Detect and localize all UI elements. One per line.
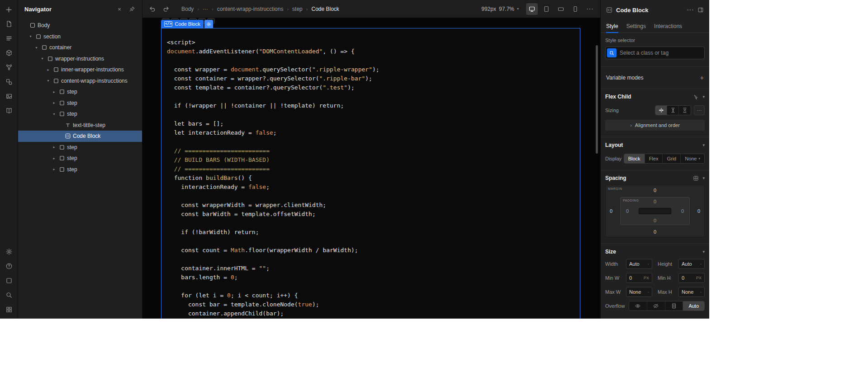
chevron-right-icon[interactable]: ▸ [52,145,57,149]
chevron-right-icon[interactable]: ▸ [52,101,57,105]
margin-left-value[interactable]: 0 [610,208,612,214]
close-icon[interactable]: × [116,5,123,13]
pages-icon[interactable] [3,18,15,30]
element-badge-label[interactable]: </> Code Block [161,20,204,28]
min-width-unit[interactable]: PX [644,276,649,280]
redo-icon[interactable] [161,4,171,14]
chevron-right-icon[interactable]: ▸ [52,167,57,171]
spacing-presets-icon[interactable] [693,175,699,181]
chevron-down-icon[interactable]: ▾ [34,46,39,50]
navigator-item-code-block[interactable]: Code Block [18,131,142,142]
chevron-down-icon[interactable]: ▾ [702,94,705,99]
overflow-visible-icon[interactable] [629,301,647,310]
margin-top-value[interactable]: 0 [606,188,704,193]
max-height-input[interactable]: None - [678,287,705,297]
sizing-shrink-button[interactable] [655,106,667,115]
breadcrumb-item[interactable]: content-wrapp-instrucctions [217,6,284,12]
navigator-item-content-wrapp-instrucctions[interactable]: ▾content-wrapp-instrucctions [18,75,142,87]
selected-element-badge[interactable]: </> Code Block [161,20,213,28]
chevron-down-icon[interactable]: ▾ [28,34,33,38]
components-icon[interactable] [3,47,15,59]
breakpoint-desktop-button[interactable] [526,3,538,15]
navigator-item-section[interactable]: ▾section [18,31,142,42]
apps-icon[interactable] [3,303,15,316]
padding-top-value[interactable]: 0 [621,199,689,204]
height-unit[interactable]: - [700,262,702,266]
tab-style[interactable]: Style [606,20,618,33]
settings-icon[interactable] [3,245,15,258]
chevron-right-icon[interactable]: ▸ [46,68,51,72]
assets-icon[interactable] [3,90,15,103]
breadcrumb-item[interactable]: Body [181,6,194,12]
alignment-and-order-toggle[interactable]: › Alignment and order [605,120,705,131]
navigator-item-container[interactable]: ▾container [18,42,142,53]
select-parent-icon[interactable] [693,94,699,100]
overflow-auto-button[interactable]: Auto [683,301,704,310]
max-width-unit[interactable]: - [648,290,649,294]
navigator-item-step[interactable]: ▸step [18,98,142,109]
breakpoint-phone-portrait-button[interactable] [569,3,581,15]
chevron-right-icon[interactable]: ▸ [52,156,57,160]
width-input[interactable]: Auto - [626,259,652,269]
canvas[interactable]: </> Code Block <script> document.addEven… [142,18,600,319]
style-selector-input[interactable]: Select a class or tag [605,47,705,59]
panel-more-icon[interactable]: ··· [687,6,694,14]
overflow-hidden-icon[interactable] [647,301,665,310]
chevron-down-icon[interactable]: ▾ [702,143,705,147]
navigator-item-step[interactable]: ▸step [18,142,142,153]
padding-bottom-value[interactable]: 0 [621,218,689,223]
navigator-item-step[interactable]: ▸step [18,164,142,175]
breadcrumb-item[interactable]: Code Block [311,6,339,12]
more-options-icon[interactable]: ··· [584,3,596,15]
sizing-none-button[interactable] [679,106,691,115]
chevron-right-icon[interactable]: ▸ [52,90,57,94]
width-unit[interactable]: - [648,262,649,266]
viewport-zoom-control[interactable]: 992px 97.7% ▾ [481,6,519,12]
chevron-down-icon[interactable]: ▾ [40,56,45,61]
chevron-down-icon[interactable]: ▾ [702,176,705,180]
frame-icon[interactable] [3,274,15,287]
tab-interactions[interactable]: Interactions [654,20,682,33]
zoom-icon[interactable] [3,289,15,301]
display-none-button[interactable]: None ▾ [681,154,704,163]
navigator-item-inner-wrapper-instructions[interactable]: ▸inner-wrapper-instructions [18,64,142,75]
navigator-item-wrapper-instructions[interactable]: ▾wrapper-instructions [18,53,142,65]
chevron-down-icon[interactable]: ▾ [52,112,57,116]
breakpoint-phone-landscape-button[interactable] [555,3,567,15]
navigator-item-text-tittle-step[interactable]: text-tittle-step [18,120,142,131]
height-input[interactable]: Auto - [678,259,705,269]
chevron-down-icon[interactable]: ▾ [702,249,705,254]
padding-left-value[interactable]: 0 [626,208,629,214]
tab-settings[interactable]: Settings [626,20,646,33]
add-variable-mode-icon[interactable]: + [700,74,704,81]
shapes-icon[interactable] [3,75,15,88]
navigator-icon[interactable] [3,32,15,45]
min-height-unit[interactable]: PX [696,276,702,280]
pin-icon[interactable] [128,5,136,13]
padding-right-value[interactable]: 0 [681,208,684,214]
undo-icon[interactable] [147,4,158,14]
canvas-scrollbar-thumb[interactable] [596,45,598,154]
navigator-item-step[interactable]: ▸step [18,86,142,98]
chevron-down-icon[interactable]: ▾ [46,79,51,83]
navigator-item-step[interactable]: ▾step [18,108,142,120]
element-settings-gear-icon[interactable] [204,20,213,28]
breadcrumb-item[interactable]: step [292,6,303,12]
navigator-item-step[interactable]: ▸step [18,153,142,164]
libraries-icon[interactable] [3,104,15,117]
help-icon[interactable] [3,260,15,273]
margin-right-value[interactable]: 0 [697,208,700,214]
navigator-item-body[interactable]: Body [18,20,142,31]
display-flex-button[interactable]: Flex [645,154,663,163]
sizing-grow-button[interactable] [667,106,679,115]
max-width-input[interactable]: None - [626,287,652,297]
display-block-button[interactable]: Block [624,154,645,163]
min-height-input[interactable]: 0 PX [678,273,705,283]
overflow-scroll-icon[interactable] [665,301,683,310]
min-width-input[interactable]: 0 PX [626,273,652,283]
variable-modes-row[interactable]: Variable modes + [601,67,709,89]
sizing-more-icon[interactable]: ··· [694,105,705,115]
nodes-icon[interactable] [3,61,15,74]
breakpoint-tablet-button[interactable] [541,3,552,15]
panel-toggle-icon[interactable] [697,7,704,13]
